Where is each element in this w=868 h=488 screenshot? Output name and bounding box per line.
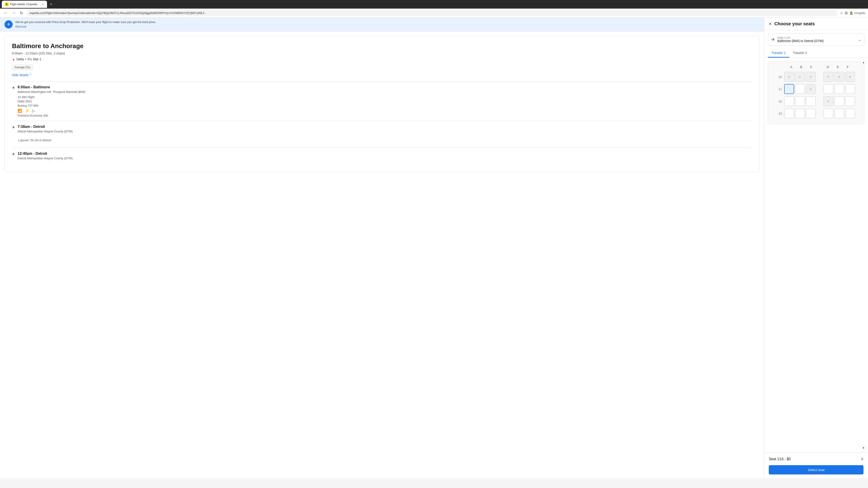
scroll-up-arrow[interactable]: ▲	[861, 60, 866, 65]
flight-title: Baltimore to Anchorage	[12, 42, 752, 50]
traveler-2-tab[interactable]: Traveler 2	[789, 49, 811, 58]
flight-selector-plane-icon: ✈	[771, 37, 775, 42]
seat-info-close-btn[interactable]: ×	[861, 456, 864, 462]
tab-close-btn[interactable]: ×	[42, 2, 44, 6]
seat-panel-close-btn[interactable]: ×	[769, 22, 772, 26]
seat-12c[interactable]	[806, 96, 816, 106]
segment-main-1: 6:00am - Baltimore Baltimore Washington …	[18, 85, 752, 117]
seat-11b[interactable]	[795, 84, 805, 94]
takeoff-icon: ✈	[12, 86, 15, 90]
seat-13f[interactable]	[845, 108, 855, 119]
seat-map-container[interactable]: ▲ A B C D E F 10	[764, 58, 868, 453]
flight-segment-3: ✈ 12:40pm - Detroit Detroit Metropolitan…	[12, 152, 752, 162]
col-label-f: F	[843, 65, 853, 69]
seat-11d[interactable]	[824, 84, 833, 94]
row-number-11: 11	[777, 88, 784, 91]
col-label-e: E	[833, 65, 843, 69]
amenities: 📶 ⚡ ▷	[18, 109, 752, 113]
seat-info-bar: Seat 11A - $0 ×	[764, 453, 868, 465]
seat-12f[interactable]	[845, 96, 855, 106]
row-number-10: 10	[777, 75, 784, 78]
incognito-label: 🕵 Incognito	[850, 11, 865, 15]
power-icon: ⚡	[25, 109, 29, 113]
divider	[12, 81, 752, 82]
seat-panel-header: × Choose your seats	[764, 18, 868, 30]
segment-duration-1: 1h 38m flight	[18, 95, 752, 99]
seat-11c	[806, 84, 816, 94]
hide-details-link[interactable]: Hide details ⌃	[12, 73, 752, 77]
divider-2	[12, 121, 752, 121]
airline-info: ▲ Delta • Fri, Mar 1	[12, 57, 752, 61]
col-label-c: C	[806, 65, 816, 69]
segment-row-2: ✈ 7:38am - Detroit Detroit Metropolitan …	[12, 125, 752, 135]
seat-10e	[834, 72, 844, 82]
flight-segment-2: ✈ 7:38am - Detroit Detroit Metropolitan …	[12, 125, 752, 144]
seat-panel-title: Choose your seats	[774, 21, 815, 26]
traveler-1-tab[interactable]: Traveler 1	[768, 49, 789, 58]
seat-row-11: 11	[772, 84, 861, 94]
main-content: ✈ We've got you covered with Price Drop …	[0, 18, 764, 478]
seat-13c[interactable]	[806, 108, 816, 119]
seat-11e[interactable]	[834, 84, 844, 94]
tab-title: Flight details | Expedia	[10, 3, 37, 6]
seat-11f[interactable]	[845, 84, 855, 94]
segment-time-city-1: 6:00am - Baltimore	[18, 85, 752, 89]
seat-map: A B C D E F 10	[768, 61, 864, 124]
address-input[interactable]	[26, 10, 837, 16]
expedia-logo: ✈	[4, 20, 13, 29]
row-number-12: 12	[777, 100, 784, 103]
col-label-d: D	[823, 65, 833, 69]
banner-message: We've got you covered with Price Drop Pr…	[16, 20, 760, 24]
chevron-up-icon: ⌃	[29, 73, 32, 77]
flight-selector-dropdown[interactable]: ✈ Flight 1 of 5 Baltimore (BWI) to Detro…	[768, 33, 864, 46]
bookmark-icon[interactable]: ☆	[840, 11, 843, 15]
seat-13b[interactable]	[795, 108, 805, 119]
flight-card: Baltimore to Anchorage 6:00am - 12:25am …	[4, 36, 760, 172]
reload-button[interactable]: ↻	[19, 10, 24, 17]
seat-10a	[784, 72, 794, 82]
flight-date: Fri, Mar 1	[28, 57, 41, 61]
layover-info: Layover: 5h 2m in Detroit	[12, 136, 752, 144]
seat-row-12: 12	[772, 96, 861, 107]
warning-icon: ▲	[12, 57, 15, 61]
select-seat-button[interactable]: Select seat	[769, 465, 864, 475]
segment-class-1: Premium Economy (W)	[18, 114, 752, 117]
seat-row-13: 13	[772, 108, 861, 119]
back-button[interactable]: ←	[3, 10, 8, 16]
forward-button[interactable]: →	[11, 10, 17, 16]
seat-11a[interactable]	[784, 84, 794, 94]
flight-selector-label: Flight 1 of 5	[777, 36, 856, 39]
segment-row-3: ✈ 12:40pm - Detroit Detroit Metropolitan…	[12, 152, 752, 162]
new-tab-button[interactable]: +	[48, 1, 54, 7]
active-tab[interactable]: E Flight details | Expedia ×	[2, 1, 47, 8]
segment-time-city-3: 12:40pm - Detroit	[18, 152, 752, 156]
seat-12e[interactable]	[834, 96, 844, 106]
seat-12b[interactable]	[795, 96, 805, 106]
scroll-down-arrow[interactable]: ▼	[861, 445, 866, 451]
flight-selector-info: Flight 1 of 5 Baltimore (BWI) to Detroit…	[777, 36, 856, 43]
seat-12a[interactable]	[784, 96, 794, 106]
segment-airport-3: Detroit Metropolitan Wayne County (DTW)	[18, 157, 752, 160]
seat-10b	[795, 72, 805, 82]
col-label-b: B	[796, 65, 806, 69]
seat-13d[interactable]	[824, 108, 833, 119]
flight-time-info: 6:00am - 12:25am (22h 25m, 2 stops)	[12, 52, 752, 55]
seat-row-10: 10	[772, 71, 861, 82]
segment-row-1: ✈ 6:00am - Baltimore Baltimore Washingto…	[12, 85, 752, 117]
wifi-icon: 📶	[18, 109, 22, 113]
address-icons: ☆ ⊞	[840, 11, 848, 15]
seat-12d	[824, 96, 833, 106]
flight-segment-1: ✈ 6:00am - Baltimore Baltimore Washingto…	[12, 85, 752, 117]
seat-10c	[806, 72, 816, 82]
col-label-a: A	[786, 65, 796, 69]
seat-13e[interactable]	[834, 108, 844, 119]
segment-main-3: 12:40pm - Detroit Detroit Metropolitan W…	[18, 152, 752, 162]
row-number-13: 13	[777, 112, 784, 115]
tab-favicon: E	[5, 2, 8, 6]
extensions-icon[interactable]: ⊞	[845, 11, 848, 15]
remove-link[interactable]: Remove	[16, 25, 26, 28]
seat-13a[interactable]	[784, 108, 794, 119]
traveler-tabs: Traveler 1 Traveler 2	[764, 49, 868, 58]
seat-panel: × Choose your seats ✈ Flight 1 of 5 Balt…	[764, 18, 868, 478]
seat-10d	[824, 72, 833, 82]
